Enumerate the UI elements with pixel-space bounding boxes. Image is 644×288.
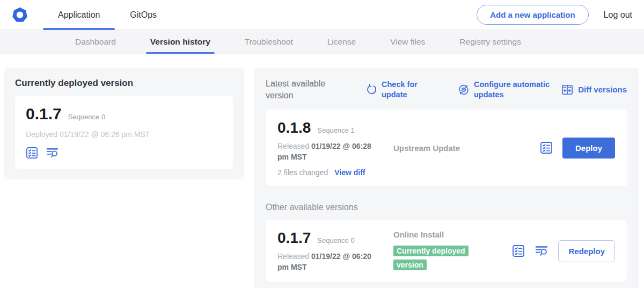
deployed-timestamp: Deployed 01/19/22 @ 06:26 pm MST	[26, 130, 223, 139]
other-version-card: 0.1.7 Sequence 0 Released 01/19/22 @ 06:…	[266, 220, 627, 283]
subnav-view-files-label: View files	[390, 37, 425, 47]
subnav-dashboard[interactable]: Dashboard	[58, 30, 133, 54]
subnav-dashboard-label: Dashboard	[75, 37, 116, 47]
latest-version-card: 0.1.8 Sequence 1 Released 01/19/22 @ 06:…	[266, 110, 627, 186]
deploy-logs-icon[interactable]	[46, 147, 59, 159]
deploy-button[interactable]: Deploy	[562, 138, 615, 159]
refresh-icon	[365, 84, 377, 96]
latest-released-timestamp: Released 01/19/22 @ 06:28 pm MST	[277, 141, 383, 163]
latest-source-label: Upstream Update	[393, 143, 540, 153]
currently-deployed-badge: Currently deployed version	[393, 246, 469, 270]
tab-gitops-label: GitOps	[130, 10, 157, 20]
configure-automatic-updates-label: Configure automatic updates	[474, 80, 555, 99]
files-changed-label: 2 files changed	[277, 168, 328, 177]
other-version-number: 0.1.7	[277, 229, 311, 247]
top-navigation-bar: Application GitOps Add a new application…	[0, 0, 644, 30]
deployed-version-number: 0.1.7	[26, 105, 62, 123]
subnav-view-files[interactable]: View files	[373, 30, 442, 54]
kots-logo-icon	[11, 6, 29, 24]
main-content: Currently deployed version 0.1.7 Sequenc…	[0, 54, 644, 288]
latest-preflight-checklist-icon[interactable]	[540, 141, 553, 154]
currently-deployed-title: Currently deployed version	[15, 78, 233, 89]
preflight-checklist-icon[interactable]	[26, 147, 38, 159]
auto-update-clock-icon	[458, 84, 470, 96]
subnav-license-label: License	[327, 37, 356, 47]
configure-automatic-updates-link[interactable]: Configure automatic updates	[458, 80, 555, 99]
subnav-troubleshoot[interactable]: Troubleshoot	[228, 30, 310, 54]
latest-available-panel: Latest available version Check for updat…	[254, 68, 639, 288]
tab-gitops[interactable]: GitOps	[115, 0, 172, 30]
latest-available-title: Latest available version	[266, 78, 350, 101]
view-diff-link[interactable]: View diff	[334, 168, 365, 177]
subnav-license[interactable]: License	[310, 30, 373, 54]
logout-link[interactable]: Log out	[604, 10, 632, 20]
diff-versions-link[interactable]: Diff versions	[561, 84, 627, 96]
subnav-version-history-label: Version history	[150, 37, 210, 47]
subnav-registry-settings[interactable]: Registry settings	[442, 30, 538, 54]
app-subnav: Dashboard Version history Troubleshoot L…	[0, 30, 644, 54]
check-for-update-link[interactable]: Check for update	[365, 80, 425, 99]
redeploy-button[interactable]: Redeploy	[558, 240, 615, 262]
subnav-version-history[interactable]: Version history	[133, 30, 228, 54]
subnav-troubleshoot-label: Troubleshoot	[245, 37, 293, 47]
app-logo[interactable]	[11, 0, 29, 30]
latest-sequence-label: Sequence 1	[317, 126, 354, 134]
other-released-timestamp: Released 01/19/22 @ 06:20 pm MST	[277, 251, 383, 273]
other-deploy-logs-icon[interactable]	[535, 244, 548, 257]
deployed-sequence-label: Sequence 0	[68, 113, 105, 121]
check-for-update-label: Check for update	[382, 80, 425, 99]
latest-header-row: Latest available version Check for updat…	[266, 78, 627, 101]
other-preflight-checklist-icon[interactable]	[512, 244, 525, 257]
other-source-label: Online Install	[393, 230, 512, 239]
currently-deployed-panel: Currently deployed version 0.1.7 Sequenc…	[4, 68, 244, 179]
add-application-button[interactable]: Add a new application	[477, 5, 588, 25]
latest-version-number: 0.1.8	[277, 119, 311, 136]
subnav-registry-settings-label: Registry settings	[459, 37, 521, 47]
other-available-versions-title: Other available versions	[266, 203, 627, 212]
other-sequence-label: Sequence 0	[317, 236, 354, 244]
topbar-right-group: Add a new application Log out	[477, 0, 644, 30]
tab-application-label: Application	[58, 10, 100, 20]
deployed-version-card: 0.1.7 Sequence 0 Deployed 01/19/22 @ 06:…	[15, 96, 233, 169]
diff-versions-icon	[561, 84, 574, 96]
tab-application[interactable]: Application	[43, 0, 115, 30]
diff-versions-label: Diff versions	[578, 85, 627, 94]
